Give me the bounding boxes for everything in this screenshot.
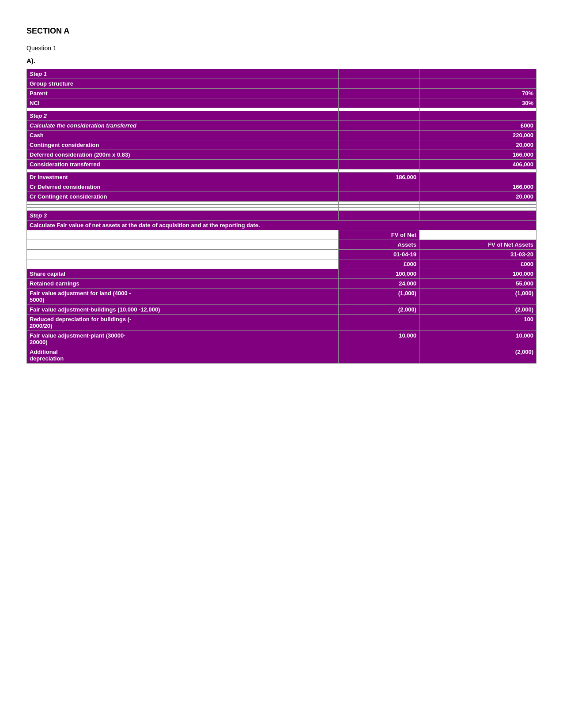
cash-value: 220,000 [419,131,536,140]
step1-row: Step 1 [27,69,537,79]
dr-investment-credit [419,173,536,182]
deferred-value: 166,000 [419,150,536,160]
cash-c5 [338,131,419,140]
parent-row: Parent 70% [27,89,537,98]
additional-dep-label: Additionaldepreciation [27,347,339,364]
parent-c5 [338,89,419,98]
cont-c5 [338,140,419,150]
share-capital-v2: 100,000 [419,269,536,279]
e1-c6 [419,108,536,111]
s2-c6 [419,111,536,121]
e1-c5 [338,108,419,111]
t2-header3-row: 01-04-19 31-03-20 [27,250,537,259]
group-structure-row: Group structure [27,79,537,89]
cash-label: Cash [27,131,339,140]
fv-buildings-row: Fair value adjustment-buildings (10,000 … [27,305,537,315]
t2h2-c0 [27,240,339,250]
parent-label: Parent [27,89,339,98]
cr-contingent-label: Cr Contingent consideration [27,192,339,202]
fv-buildings-label: Fair value adjustment-buildings (10,000 … [27,305,339,315]
s3-c5 [338,211,419,221]
e4-c5 [338,205,419,208]
calc-unit: £000 [419,121,536,131]
empty-row-5 [27,208,537,211]
t2-header2-row: Assets FV of Net Assets [27,240,537,250]
e5-c0 [27,208,339,211]
step2-row: Step 2 [27,111,537,121]
e3-c5 [338,202,419,205]
t2h4-c0 [27,259,339,269]
calculate-label: Calculate the consideration transferred [27,121,339,131]
additional-dep-v1 [338,347,419,364]
reduced-dep-v2: 100 [419,315,536,331]
contingent-row: Contingent consideration 20,000 [27,140,537,150]
cr-contingent-value: 20,000 [419,192,536,202]
cr-contingent-row: Cr Contingent consideration 20,000 [27,192,537,202]
nci-value: 30% [419,98,536,108]
nci-c5 [338,98,419,108]
share-capital-label: Share capital [27,269,339,279]
empty-row-4 [27,205,537,208]
reduced-dep-v1 [338,315,419,331]
nci-row: NCI 30% [27,98,537,108]
step3-label: Step 3 [27,211,339,221]
nci-label: NCI [27,98,339,108]
e2-c0 [27,169,339,173]
t2h1-c6 [419,230,536,240]
fv-buildings-v2: (2,000) [419,305,536,315]
t2h2-assets: Assets [338,240,419,250]
t2h1-c0 [27,230,339,240]
def-c5 [338,150,419,160]
cr-deferred-label: Cr Deferred consideration [27,182,339,192]
consideration-transferred-row: Consideration transferred 406,000 [27,160,537,169]
step1-c6 [419,69,536,79]
deferred-label: Deferred consideration (200m x 0.83) [27,150,339,160]
sub-label: A). [26,57,537,64]
retained-earnings-label: Retained earnings [27,279,339,289]
t2h2-fvnetassets: FV of Net Assets [419,240,536,250]
gs-c6 [419,79,536,89]
cr-def-c5 [338,182,419,192]
section-title: SECTION A [26,26,537,36]
retained-earnings-v1: 24,000 [338,279,419,289]
e5-c5 [338,208,419,211]
t2h1-fvnet: FV of Net [338,230,419,240]
e4-c6 [419,205,536,208]
consideration-label: Consideration transferred [27,160,339,169]
fv-buildings-v1: (2,000) [338,305,419,315]
step3-desc-row: Calculate Fair value of net assets at th… [27,221,537,230]
additional-dep-v2: (2,000) [419,347,536,364]
t2h4-unit1: £000 [338,259,419,269]
group-structure-label: Group structure [27,79,339,89]
fv-land-row: Fair value adjustment for land (4000 -50… [27,289,537,305]
step1-label: Step 1 [27,69,339,79]
empty-row-1 [27,108,537,111]
calculate-row: Calculate the consideration transferred … [27,121,537,131]
main-table: Step 1 Group structure Parent 70% NCI 30… [26,69,537,364]
share-capital-v1: 100,000 [338,269,419,279]
additional-dep-row: Additionaldepreciation (2,000) [27,347,537,364]
empty-row-3 [27,202,537,205]
dr-investment-debit: 186,000 [338,173,419,182]
cr-deferred-value: 166,000 [419,182,536,192]
gs-c5 [338,79,419,89]
parent-value: 70% [419,89,536,98]
fv-plant-row: Fair value adjustment-plant (30000-20000… [27,331,537,347]
step3-desc: Calculate Fair value of net assets at th… [27,221,537,230]
reduced-dep-row: Reduced depreciation for buildings (-200… [27,315,537,331]
e4-c0 [27,205,339,208]
s2-c5 [338,111,419,121]
e3-c0 [27,202,339,205]
t2h3-date2: 31-03-20 [419,250,536,259]
step1-c5 [338,69,419,79]
e2-c5 [338,169,419,173]
t2h3-c0 [27,250,339,259]
dr-investment-row: Dr Investment 186,000 [27,173,537,182]
retained-earnings-v2: 55,000 [419,279,536,289]
fv-plant-v1: 10,000 [338,331,419,347]
fv-land-v1: (1,000) [338,289,419,305]
fv-land-v2: (1,000) [419,289,536,305]
e2-c6 [419,169,536,173]
empty-row-2 [27,169,537,173]
cash-row: Cash 220,000 [27,131,537,140]
